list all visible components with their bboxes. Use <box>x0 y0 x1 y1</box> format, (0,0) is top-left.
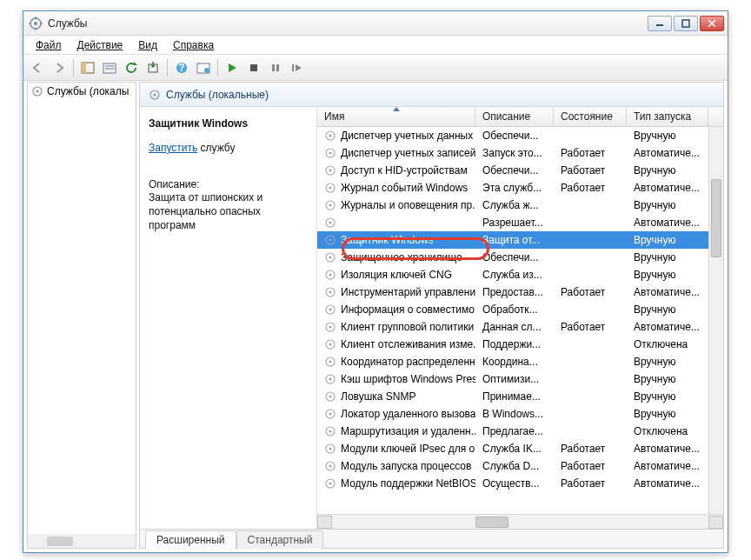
view-tabs: Расширенный Стандартный <box>140 529 723 548</box>
start-link-rest: службу <box>197 142 235 154</box>
menu-view[interactable]: Вид <box>131 37 164 53</box>
pause-service-button[interactable] <box>265 57 286 78</box>
service-row[interactable]: Ловушка SNMPПринимае...Вручную <box>317 388 723 405</box>
column-startup[interactable]: Тип запуска <box>627 107 708 126</box>
cell-startup: Вручную <box>627 164 708 177</box>
menu-action[interactable]: Действие <box>70 37 130 53</box>
cell-description: В Windows... <box>475 408 554 420</box>
maximize-button[interactable] <box>674 16 698 31</box>
hscroll-right[interactable] <box>708 516 723 529</box>
service-row[interactable]: Журнал событий WindowsЭта служб...Работа… <box>317 179 723 197</box>
service-row[interactable]: Диспетчер учетных записей ...Запуск это.… <box>317 144 723 162</box>
service-row[interactable]: Клиент групповой политикиДанная сл...Раб… <box>317 318 723 336</box>
svg-point-33 <box>329 170 332 172</box>
svg-point-45 <box>329 274 332 277</box>
forward-button[interactable] <box>49 57 70 78</box>
menu-file[interactable]: Файл <box>29 37 69 53</box>
start-service-button[interactable] <box>222 57 243 78</box>
svg-point-19 <box>204 68 209 73</box>
menubar: Файл Действие Вид Справка <box>23 36 728 55</box>
gear-icon <box>324 390 336 403</box>
svg-rect-22 <box>276 64 279 71</box>
vertical-scrollbar[interactable] <box>708 127 723 514</box>
cell-description: Данная сл... <box>475 321 554 333</box>
service-row[interactable]: Разрешает...Автоматиче... <box>317 214 723 231</box>
gear-icon <box>324 338 336 350</box>
service-row[interactable]: Журналы и оповещения пр...Служба ж...Вру… <box>317 197 723 214</box>
cell-startup: Автоматиче... <box>627 286 708 298</box>
service-row[interactable]: Модули ключей IPsec для о...Служба IK...… <box>317 440 723 457</box>
service-row[interactable]: Кэш шрифтов Windows Pres...Оптимизи...Вр… <box>317 370 723 388</box>
gear-icon <box>324 164 336 177</box>
gear-icon <box>324 269 336 281</box>
back-button[interactable] <box>27 57 48 78</box>
help-button-2[interactable] <box>193 57 214 78</box>
show-hide-tree-button[interactable] <box>77 57 98 78</box>
close-button[interactable] <box>700 16 724 31</box>
column-name[interactable]: Имя <box>317 107 475 126</box>
gear-icon <box>324 477 336 490</box>
cell-startup: Вручную <box>627 234 708 246</box>
service-row[interactable]: Модуль запуска процессов ...Служба D...Р… <box>317 457 723 475</box>
svg-point-49 <box>329 309 332 311</box>
tab-extended[interactable]: Расширенный <box>145 530 236 549</box>
cell-name: Локатор удаленного вызова... <box>341 408 475 420</box>
cell-startup: Вручную <box>627 130 708 142</box>
cell-description: Служба из... <box>475 269 554 281</box>
service-row[interactable]: Модуль поддержки NetBIOS ...Осуществ...Р… <box>317 475 723 492</box>
service-row[interactable]: Доступ к HID-устройствамОбеспечи...Работ… <box>317 162 723 179</box>
hscroll-thumb[interactable] <box>475 517 508 528</box>
svg-rect-20 <box>250 64 257 71</box>
cell-name: Информация о совместимо... <box>341 303 475 316</box>
horizontal-scrollbar[interactable] <box>317 514 723 529</box>
console-tree[interactable]: Службы (локалы <box>27 82 136 549</box>
tree-hscroll[interactable] <box>27 534 136 549</box>
cell-startup: Отключена <box>627 338 708 350</box>
refresh-button[interactable] <box>121 57 142 78</box>
column-description[interactable]: Описание <box>475 107 554 126</box>
cell-name: Защищенное хранилище <box>341 251 462 263</box>
client-area: Службы (локалы Службы (локальные) Защитн… <box>27 82 724 549</box>
service-row[interactable]: Защищенное хранилищеОбеспечи...Вручную <box>317 249 723 266</box>
service-row[interactable]: Информация о совместимо...Обработк...Вру… <box>317 301 723 318</box>
service-row[interactable]: Клиент отслеживания изме...Поддержи...От… <box>317 336 723 353</box>
gear-icon <box>324 408 336 420</box>
service-row[interactable]: Локатор удаленного вызова...В Windows...… <box>317 405 723 423</box>
column-status[interactable]: Состояние <box>554 107 627 126</box>
gear-icon <box>324 217 336 229</box>
start-link[interactable]: Запустить <box>149 142 197 154</box>
svg-rect-23 <box>292 64 294 71</box>
export-button[interactable] <box>143 57 163 78</box>
gear-icon <box>324 303 336 316</box>
gear-icon <box>324 251 336 263</box>
hscroll-left[interactable] <box>317 516 332 529</box>
tab-standard[interactable]: Стандартный <box>236 530 324 549</box>
cell-description: Принимае... <box>475 390 554 403</box>
titlebar[interactable]: Службы <box>23 11 728 36</box>
restart-service-button[interactable] <box>287 57 308 78</box>
stop-service-button[interactable] <box>243 57 264 78</box>
tree-root[interactable]: Службы (локалы <box>28 83 136 100</box>
service-row[interactable]: Защитник WindowsЗащита от...Вручную <box>317 231 723 249</box>
minimize-button[interactable] <box>648 16 672 31</box>
svg-rect-21 <box>272 64 275 71</box>
menu-help[interactable]: Справка <box>166 37 221 53</box>
service-row[interactable]: Изоляция ключей CNGСлужба из...Вручную <box>317 266 723 283</box>
help-button[interactable]: ? <box>171 57 192 78</box>
cell-name: Диспетчер учетных записей ... <box>341 147 475 159</box>
service-row[interactable]: Маршрутизация и удаленн...Предлагае...От… <box>317 423 723 440</box>
svg-point-57 <box>329 378 332 381</box>
properties-button[interactable] <box>99 57 120 78</box>
service-row[interactable]: Координатор распределенн...Координа...Вр… <box>317 353 723 370</box>
cell-startup: Автоматиче... <box>627 147 708 159</box>
cell-name: Доступ к HID-устройствам <box>341 164 468 177</box>
cell-name: Инструментарий управлени... <box>341 286 475 298</box>
cell-name: Маршрутизация и удаленн... <box>341 425 475 437</box>
cell-name: Журнал событий Windows <box>341 182 468 194</box>
gear-icon <box>324 460 336 472</box>
service-row[interactable]: Инструментарий управлени...Предостав...Р… <box>317 283 723 301</box>
cell-startup: Отключена <box>627 425 708 437</box>
service-row[interactable]: Диспетчер учетных данныхОбеспечи...Вручн… <box>317 127 723 144</box>
results-header-text: Службы (локальные) <box>166 89 269 101</box>
vscroll-thumb[interactable] <box>711 179 721 257</box>
